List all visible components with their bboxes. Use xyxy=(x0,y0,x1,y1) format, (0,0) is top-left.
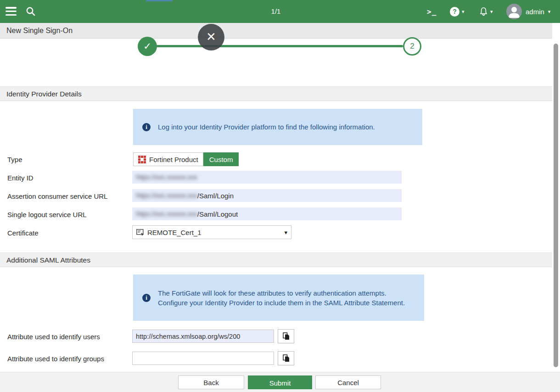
idp-info-text: Log into your Identity Provider platform… xyxy=(158,122,375,132)
chevron-down-icon: ▾ xyxy=(548,9,551,15)
certificate-label: Certificate xyxy=(7,229,39,237)
admin-label: admin xyxy=(526,8,544,16)
acs-url-suffix: /Saml/Login xyxy=(197,192,234,200)
info-icon: i xyxy=(142,294,151,302)
copy-groups-attribute-button[interactable] xyxy=(278,351,294,365)
search-icon[interactable] xyxy=(26,0,36,23)
topbar-accent-strip xyxy=(146,0,173,1)
section-header-idp: Identity Provider Details xyxy=(0,86,552,101)
copy-icon xyxy=(283,332,290,340)
top-navbar: 1/1 >_ ? ▾ ▾ admin ▾ xyxy=(0,0,560,23)
step-1-complete-icon: ✓ xyxy=(138,37,157,56)
type-segmented-control: Fortinet Product Custom xyxy=(133,152,239,166)
chevron-down-icon: ▾ xyxy=(490,9,493,15)
groups-attribute-label: Attribute used to identify groups xyxy=(7,355,104,363)
cancel-button[interactable]: Cancel xyxy=(315,375,381,389)
back-button[interactable]: Back xyxy=(178,375,244,389)
copy-icon xyxy=(283,354,290,362)
bell-icon[interactable] xyxy=(479,7,488,17)
idp-info-box: i Log into your Identity Provider platfo… xyxy=(133,109,422,145)
acs-url-field[interactable]: https://xxx.xxxxxx.xxx /Saml/Login xyxy=(132,189,402,202)
fortigate-sso-wizard: 1/1 >_ ? ▾ ▾ admin ▾ xyxy=(0,0,560,392)
stepper-progress-line xyxy=(157,45,403,47)
info-icon: i xyxy=(142,123,151,131)
help-icon[interactable]: ? xyxy=(450,7,459,17)
slo-url-field[interactable]: https://xxx.xxxxxx.xxx /Saml/Logout xyxy=(132,207,402,220)
entity-id-label: Entity ID xyxy=(7,174,34,182)
certificate-dropdown[interactable]: REMOTE_Cert_1 ▾ xyxy=(132,225,291,239)
users-attribute-label: Attribute used to identify users xyxy=(7,333,100,341)
scrollbar-track xyxy=(552,23,560,372)
wizard-footer: Back Submit Cancel xyxy=(0,372,560,392)
admin-menu[interactable]: admin ▾ xyxy=(506,0,550,23)
copy-users-attribute-button[interactable] xyxy=(278,329,294,343)
avatar xyxy=(506,4,522,19)
entity-id-field[interactable]: https://xxx.xxxxxx.xxx xyxy=(132,171,402,184)
slo-url-label: Single logout service URL xyxy=(7,211,87,218)
saml-info-box: i The FortiGate will look for these attr… xyxy=(133,274,424,321)
close-icon[interactable]: ✕ xyxy=(198,24,224,50)
page-indicator: 1/1 xyxy=(255,0,297,23)
type-option-custom[interactable]: Custom xyxy=(203,152,239,166)
notifications-menu[interactable]: ▾ xyxy=(479,0,493,23)
acs-url-label: Assertion consumer service URL xyxy=(7,192,107,200)
wizard-title: New Single Sign-On xyxy=(0,23,560,39)
groups-attribute-input[interactable] xyxy=(132,352,274,365)
certificate-value: REMOTE_Cert_1 xyxy=(147,229,202,236)
redacted-entity-id: https://xxx.xxxxxx.xxx xyxy=(136,174,197,181)
users-attribute-input[interactable] xyxy=(132,330,274,343)
redacted-slo-host: https://xxx.xxxxxx.xxx xyxy=(136,210,197,218)
submit-button[interactable]: Submit xyxy=(248,375,312,389)
type-option-fortinet-label: Fortinet Product xyxy=(149,156,198,163)
type-label: Type xyxy=(7,156,22,163)
chevron-down-icon: ▾ xyxy=(284,229,287,236)
chevron-down-icon: ▾ xyxy=(462,9,465,15)
section-header-saml-attrs: Additional SAML Attributes xyxy=(0,252,552,267)
menu-icon[interactable] xyxy=(6,7,17,16)
type-option-fortinet-product[interactable]: Fortinet Product xyxy=(133,152,203,166)
certificate-icon xyxy=(136,229,144,236)
scrollbar-thumb[interactable] xyxy=(554,44,558,367)
slo-url-suffix: /Saml/Logout xyxy=(197,210,238,218)
cli-console-icon[interactable]: >_ xyxy=(427,0,437,23)
saml-info-text: The FortiGate will look for these attrib… xyxy=(158,288,413,308)
help-menu[interactable]: ? ▾ xyxy=(450,0,465,23)
fortinet-logo-icon xyxy=(138,156,146,163)
redacted-acs-host: https://xxx.xxxxxx.xxx xyxy=(136,192,197,199)
step-2-indicator: 2 xyxy=(403,37,421,56)
